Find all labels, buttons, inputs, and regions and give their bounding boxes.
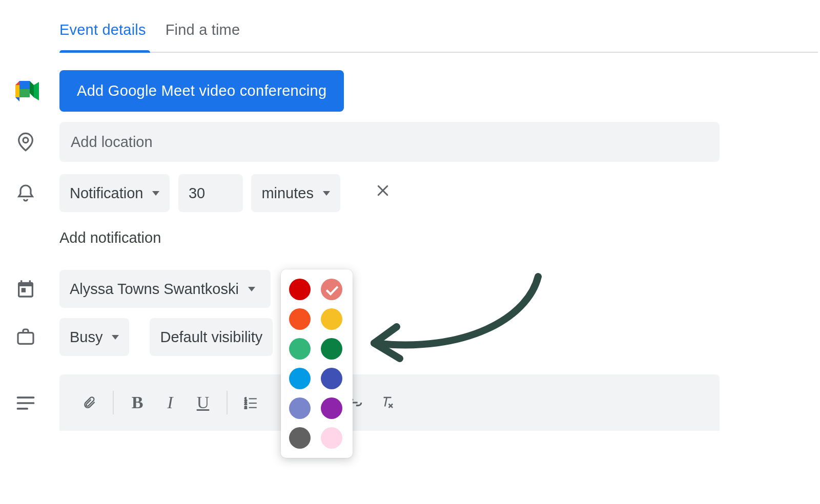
event-tabs: Event details Find a time	[59, 22, 818, 53]
color-swatch-grape[interactable]	[321, 397, 342, 419]
svg-rect-2	[19, 89, 30, 97]
notification-type-select[interactable]: Notification	[59, 174, 170, 212]
color-swatch-graphite[interactable]	[289, 427, 311, 449]
color-swatch-tomato[interactable]	[289, 279, 311, 300]
bold-button[interactable]: B	[121, 386, 154, 419]
google-meet-icon	[15, 81, 39, 101]
toolbar-separator	[113, 391, 114, 414]
add-google-meet-button[interactable]: Add Google Meet video conferencing	[59, 70, 344, 112]
svg-rect-6	[18, 333, 33, 344]
briefcase-icon	[15, 327, 36, 347]
notification-amount-value: 30	[189, 185, 205, 202]
caret-down-icon	[152, 191, 159, 196]
location-input[interactable]	[59, 122, 720, 162]
availability-select[interactable]: Busy	[59, 318, 129, 356]
add-notification-link[interactable]: Add notification	[59, 229, 820, 246]
calendar-icon	[15, 279, 36, 299]
color-swatch-tangerine[interactable]	[289, 308, 311, 330]
visibility-select[interactable]: Default visibility	[150, 318, 273, 356]
color-swatch-banana[interactable]	[321, 308, 342, 330]
caret-down-icon	[112, 335, 119, 340]
svg-point-3	[23, 138, 28, 143]
bell-icon	[15, 182, 36, 204]
visibility-label: Default visibility	[160, 329, 262, 346]
notification-type-label: Notification	[70, 185, 143, 202]
availability-label: Busy	[70, 329, 102, 346]
color-swatch-lavender[interactable]	[289, 397, 311, 419]
color-swatch-sage[interactable]	[289, 338, 311, 360]
location-pin-icon	[15, 130, 36, 154]
color-swatch-peacock[interactable]	[289, 368, 311, 389]
toolbar-separator	[227, 391, 228, 414]
svg-rect-1	[19, 81, 30, 89]
color-picker-popover	[281, 269, 353, 458]
attachment-button[interactable]	[73, 386, 106, 419]
caret-down-icon	[248, 287, 255, 291]
color-swatch-basil[interactable]	[321, 338, 342, 360]
underline-button[interactable]: U	[187, 386, 219, 419]
remove-notification-button[interactable]	[371, 179, 395, 202]
caret-down-icon	[323, 191, 330, 196]
description-toolbar: B I U 1 2 3	[59, 374, 720, 431]
description-icon	[15, 396, 36, 410]
notification-unit-label: minutes	[261, 185, 314, 202]
calendar-select[interactable]: Alyssa Towns Swantkoski	[59, 270, 271, 308]
svg-text:3: 3	[244, 405, 247, 409]
notification-unit-select[interactable]: minutes	[251, 174, 340, 212]
svg-rect-0	[15, 85, 19, 97]
calendar-name-label: Alyssa Towns Swantkoski	[70, 281, 239, 298]
color-swatch-flamingo[interactable]	[321, 279, 342, 300]
color-swatch-light-pink[interactable]	[321, 427, 342, 449]
tab-find-a-time[interactable]: Find a time	[166, 22, 240, 52]
italic-button[interactable]: I	[154, 386, 187, 419]
notification-amount-input[interactable]: 30	[178, 174, 243, 212]
color-swatch-blueberry[interactable]	[321, 368, 342, 389]
clear-formatting-button[interactable]	[371, 386, 404, 419]
tab-event-details[interactable]: Event details	[59, 22, 146, 52]
numbered-list-button[interactable]: 1 2 3	[235, 386, 268, 419]
